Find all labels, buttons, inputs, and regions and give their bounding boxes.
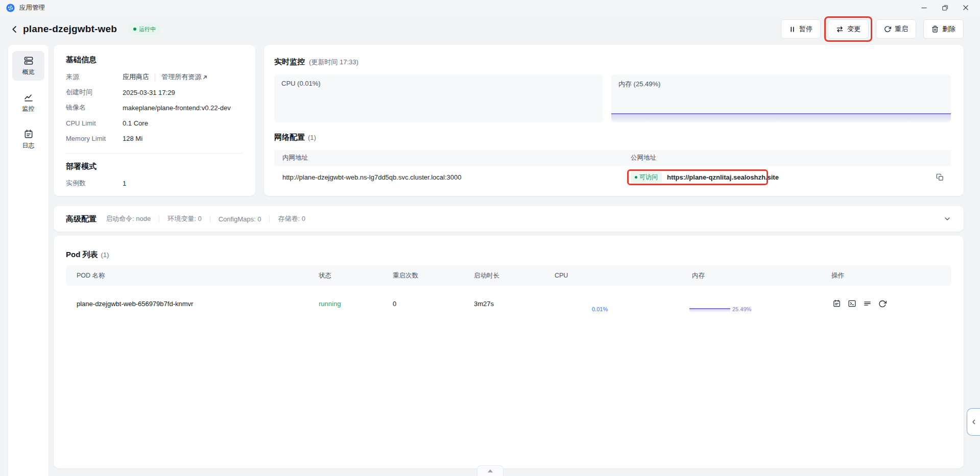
copy-icon[interactable] xyxy=(936,173,944,181)
network-title: 网络配置 xyxy=(274,133,305,142)
pod-list-title: Pod 列表 xyxy=(66,250,98,260)
cpu-chart: CPU (0.01%) xyxy=(274,74,603,122)
chevron-down-icon[interactable] xyxy=(943,215,951,223)
right-drawer-handle[interactable] xyxy=(967,408,980,436)
pod-actions xyxy=(832,299,887,308)
sidebar-item-logs[interactable]: 日志 xyxy=(12,124,44,154)
manage-resources-link[interactable]: 管理所有资源 xyxy=(161,72,208,82)
network-count: (1) xyxy=(308,134,316,141)
header-cpu: CPU xyxy=(555,272,568,279)
header-memory: 内存 xyxy=(692,271,705,280)
pod-memory-value: 25.49% xyxy=(732,306,751,312)
restart-button[interactable]: 重启 xyxy=(876,19,916,39)
sidebar: 概览 监控 日志 xyxy=(8,45,49,476)
delete-button[interactable]: 删除 xyxy=(923,19,964,39)
header-actions: 暂停 变更 重启 删除 xyxy=(781,19,970,39)
external-link-icon xyxy=(202,74,208,80)
cpu-limit-row: CPU Limit 0.1 Core xyxy=(66,115,243,131)
pod-restart-icon[interactable] xyxy=(878,299,887,308)
divider xyxy=(66,153,243,154)
page-header: plane-dzejgwbt-web 运行中 暂停 变更 重启 删除 xyxy=(0,15,980,43)
status-badge: 运行中 xyxy=(128,23,161,35)
monitor-chart-icon xyxy=(23,92,34,103)
app-logo-icon xyxy=(6,4,15,12)
pod-list-card: Pod 列表 (1) POD 名称 状态 重启次数 启动时长 CPU 内存 操作… xyxy=(54,236,964,468)
pod-list-count: (1) xyxy=(101,251,109,259)
minimize-icon[interactable] xyxy=(921,5,927,11)
pod-memory-sparkline xyxy=(689,308,730,313)
bottom-drawer-handle[interactable] xyxy=(477,465,504,476)
pause-icon xyxy=(789,26,796,33)
page-title: plane-dzejgwbt-web xyxy=(23,23,117,35)
instance-row: 实例数 1 xyxy=(66,176,243,191)
pod-age: 3m27s xyxy=(474,300,494,308)
advanced-config-summary: 启动命令: node 环境变量: 0 ConfigMaps: 0 存储卷: 0 xyxy=(106,214,305,223)
monitor-update-time: (更新时间 17:33) xyxy=(309,58,358,67)
pod-terminal-icon[interactable] xyxy=(848,299,856,308)
pod-details-icon[interactable] xyxy=(863,299,872,308)
status-dot-icon xyxy=(133,28,136,31)
configmaps-count: ConfigMaps: 0 xyxy=(219,215,261,223)
network-table-row: http://plane-dzejgwbt-web.ns-lg7dd5qb.sv… xyxy=(274,166,951,189)
env-vars-count: 环境变量: 0 xyxy=(168,214,201,223)
public-url-link[interactable]: https://plane-qznlitaj.sealoshzh.site xyxy=(667,173,779,181)
advanced-config-title: 高级配置 xyxy=(66,214,97,224)
created-row: 创建时间 2025-03-31 17:29 xyxy=(66,85,243,100)
pod-logs-icon[interactable] xyxy=(832,299,841,308)
accessible-badge: 可访问 xyxy=(631,171,662,183)
accessible-dot-icon xyxy=(635,176,637,179)
trash-icon xyxy=(931,26,939,33)
sidebar-item-overview[interactable]: 概览 xyxy=(12,51,44,81)
back-button[interactable] xyxy=(10,25,19,34)
pause-button[interactable]: 暂停 xyxy=(781,19,821,39)
monitor-title: 实时监控 xyxy=(274,57,305,67)
volumes-count: 存储卷: 0 xyxy=(278,214,305,223)
image-row: 镜像名 makeplane/plane-frontend:v0.22-dev xyxy=(66,100,243,115)
window-titlebar: 应用管理 xyxy=(0,0,980,15)
deploy-mode-title: 部署模式 xyxy=(66,162,243,171)
chevron-left-icon xyxy=(971,419,977,425)
pod-table-row: plane-dzejgwbt-web-656979b7fd-knmvr runn… xyxy=(66,286,951,321)
memory-limit-row: Memory Limit 128 Mi xyxy=(66,131,243,146)
advanced-config-bar[interactable]: 高级配置 启动命令: node 环境变量: 0 ConfigMaps: 0 存储… xyxy=(54,206,964,232)
cpu-chart-label: CPU (0.01%) xyxy=(281,80,321,87)
memory-chart: 内存 (25.49%) xyxy=(611,74,951,122)
restore-icon[interactable] xyxy=(942,5,948,11)
arrow-up-icon xyxy=(488,469,493,472)
monitor-network-card: 实时监控 (更新时间 17:33) CPU (0.01%) 内存 (25.49%… xyxy=(264,45,964,196)
header-restarts: 重启次数 xyxy=(393,271,418,280)
memory-usage-line xyxy=(611,113,951,122)
pod-restarts: 0 xyxy=(393,300,396,308)
internal-address-header: 内网地址 xyxy=(274,154,631,162)
header-age: 启动时长 xyxy=(474,271,499,280)
basic-info-title: 基础信息 xyxy=(66,55,243,65)
network-table-header: 内网地址 公网地址 xyxy=(274,150,951,166)
memory-chart-label: 内存 (25.49%) xyxy=(618,80,660,89)
header-status: 状态 xyxy=(319,271,331,280)
overview-icon xyxy=(23,56,34,66)
status-badge-label: 运行中 xyxy=(139,26,156,33)
pod-name: plane-dzejgwbt-web-656979b7fd-knmvr xyxy=(77,300,193,308)
external-address-header: 公网地址 xyxy=(631,154,656,162)
sidebar-item-monitor[interactable]: 监控 xyxy=(12,88,44,117)
pod-cpu-value: 0.01% xyxy=(592,306,608,312)
header-pod-name: POD 名称 xyxy=(77,271,105,280)
change-button[interactable]: 变更 xyxy=(828,19,869,39)
basic-info-card: 基础信息 来源 应用商店 │ 管理所有资源 创建时间 2025-03-31 17… xyxy=(54,45,255,196)
change-icon xyxy=(836,26,844,33)
restart-icon xyxy=(884,26,891,33)
close-icon[interactable] xyxy=(963,5,969,11)
source-row: 来源 应用商店 │ 管理所有资源 xyxy=(66,69,243,85)
internal-address: http://plane-dzejgwbt-web.ns-lg7dd5qb.sv… xyxy=(274,173,631,181)
launch-command: 启动命令: node xyxy=(106,214,151,223)
logs-icon xyxy=(23,129,34,139)
header-actions: 操作 xyxy=(831,271,844,280)
window-title: 应用管理 xyxy=(19,4,45,12)
pod-table-header: POD 名称 状态 重启次数 启动时长 CPU 内存 操作 xyxy=(66,265,951,286)
pod-status: running xyxy=(319,300,341,308)
